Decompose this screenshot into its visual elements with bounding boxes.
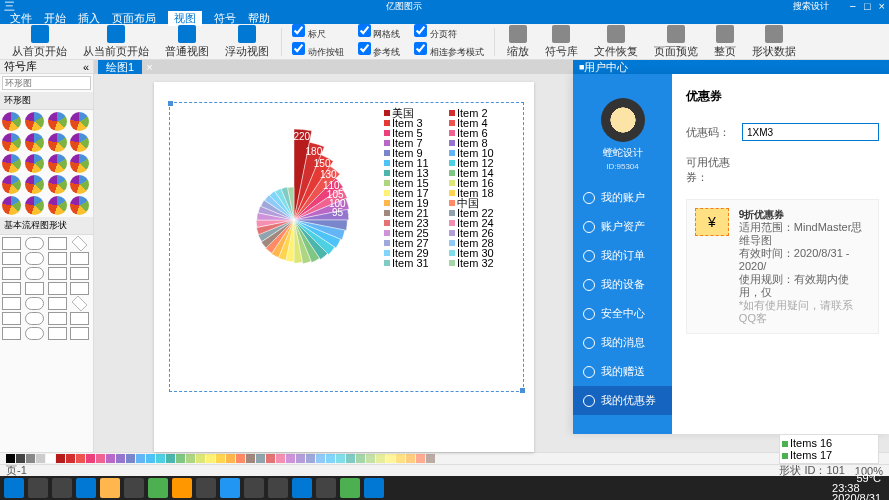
color-swatch[interactable] bbox=[76, 454, 85, 463]
app-icon-9[interactable] bbox=[316, 478, 336, 498]
flow-shape-2[interactable] bbox=[48, 237, 67, 250]
max-button[interactable]: □ bbox=[864, 0, 871, 12]
document-tab[interactable]: 绘图1 bbox=[98, 60, 142, 74]
pie-shape-14[interactable] bbox=[48, 175, 67, 194]
color-swatch[interactable] bbox=[316, 454, 325, 463]
color-swatch[interactable] bbox=[266, 454, 275, 463]
edge-icon[interactable] bbox=[76, 478, 96, 498]
flow-shape-15[interactable] bbox=[70, 282, 89, 295]
pie-shape-5[interactable] bbox=[25, 133, 44, 152]
tab-close-icon[interactable]: × bbox=[142, 61, 156, 73]
flow-shape-25[interactable] bbox=[25, 327, 44, 340]
color-swatch[interactable] bbox=[46, 454, 55, 463]
pie-shape-11[interactable] bbox=[70, 154, 89, 173]
color-swatch[interactable] bbox=[146, 454, 155, 463]
flow-shape-5[interactable] bbox=[25, 252, 44, 265]
app-icon-10[interactable] bbox=[364, 478, 384, 498]
color-swatch[interactable] bbox=[346, 454, 355, 463]
app-icon-2[interactable] bbox=[148, 478, 168, 498]
color-swatch[interactable] bbox=[226, 454, 235, 463]
flow-shape-7[interactable] bbox=[70, 252, 89, 265]
color-swatch[interactable] bbox=[36, 454, 45, 463]
ribbon-浮动视图[interactable]: 浮动视图 bbox=[219, 23, 275, 61]
color-swatch[interactable] bbox=[196, 454, 205, 463]
color-swatch[interactable] bbox=[116, 454, 125, 463]
legend-item-31[interactable]: Item 32 bbox=[449, 258, 514, 268]
close-button[interactable]: × bbox=[879, 0, 885, 12]
coupon-card[interactable]: ¥ 9折优惠券 适用范围：MindMaster思维导图 有效时间：2020/8/… bbox=[686, 199, 879, 334]
color-swatch[interactable] bbox=[6, 454, 15, 463]
legend-item-30[interactable]: Item 31 bbox=[384, 258, 449, 268]
user-menu-6[interactable]: 我的赠送 bbox=[573, 357, 672, 386]
color-swatch[interactable] bbox=[396, 454, 405, 463]
flow-shape-1[interactable] bbox=[25, 237, 44, 250]
pie-shape-4[interactable] bbox=[2, 133, 21, 152]
color-swatch[interactable] bbox=[156, 454, 165, 463]
pie-shape-0[interactable] bbox=[2, 112, 21, 131]
app-icon-4[interactable] bbox=[196, 478, 216, 498]
pie-shape-3[interactable] bbox=[70, 112, 89, 131]
search-icon[interactable] bbox=[28, 478, 48, 498]
color-swatch[interactable] bbox=[96, 454, 105, 463]
color-swatch[interactable] bbox=[66, 454, 75, 463]
chk-参考线[interactable]: 参考线 bbox=[358, 42, 401, 59]
flow-shape-22[interactable] bbox=[48, 312, 67, 325]
flow-shape-6[interactable] bbox=[48, 252, 67, 265]
symbol-search-input[interactable] bbox=[2, 76, 91, 90]
color-swatch[interactable] bbox=[176, 454, 185, 463]
section-ring[interactable]: 环形图 bbox=[0, 92, 93, 110]
ribbon-普通视图[interactable]: 普通视图 bbox=[159, 23, 215, 61]
flow-shape-9[interactable] bbox=[25, 267, 44, 280]
pie-shape-1[interactable] bbox=[25, 112, 44, 131]
flow-shape-20[interactable] bbox=[2, 312, 21, 325]
color-swatch[interactable] bbox=[326, 454, 335, 463]
color-swatch[interactable] bbox=[166, 454, 175, 463]
rose-chart[interactable]: 22018015013011010510095 bbox=[194, 120, 394, 320]
ribbon-符号库[interactable]: 符号库 bbox=[539, 23, 584, 61]
explorer-icon[interactable] bbox=[100, 478, 120, 498]
pie-shape-19[interactable] bbox=[70, 196, 89, 215]
pie-shape-18[interactable] bbox=[48, 196, 67, 215]
ribbon-形状数据[interactable]: 形状数据 bbox=[746, 23, 802, 61]
app-icon-5[interactable] bbox=[220, 478, 240, 498]
avatar[interactable] bbox=[601, 98, 645, 142]
app-icon-3[interactable] bbox=[172, 478, 192, 498]
flow-shape-24[interactable] bbox=[2, 327, 21, 340]
color-swatch[interactable] bbox=[186, 454, 195, 463]
flow-shape-26[interactable] bbox=[48, 327, 67, 340]
pie-shape-8[interactable] bbox=[2, 154, 21, 173]
color-swatch[interactable] bbox=[16, 454, 25, 463]
color-swatch[interactable] bbox=[56, 454, 65, 463]
user-menu-1[interactable]: 账户资产 bbox=[573, 212, 672, 241]
color-swatch[interactable] bbox=[126, 454, 135, 463]
app-icon-6[interactable] bbox=[244, 478, 264, 498]
color-swatch[interactable] bbox=[386, 454, 395, 463]
pie-shape-6[interactable] bbox=[48, 133, 67, 152]
color-swatch[interactable] bbox=[426, 454, 435, 463]
flow-shape-8[interactable] bbox=[2, 267, 21, 280]
flow-shape-0[interactable] bbox=[2, 237, 21, 250]
pie-shape-10[interactable] bbox=[48, 154, 67, 173]
section-flowchart[interactable]: 基本流程图形状 bbox=[0, 217, 93, 235]
flow-shape-17[interactable] bbox=[25, 297, 44, 310]
panel-collapse-icon[interactable]: « bbox=[83, 61, 89, 73]
ribbon-整页[interactable]: 整页 bbox=[708, 23, 742, 61]
ribbon-文件恢复[interactable]: 文件恢复 bbox=[588, 23, 644, 61]
chk-网格线[interactable]: 网格线 bbox=[358, 24, 401, 41]
chk-相连参考模式[interactable]: 相连参考模式 bbox=[414, 42, 484, 59]
color-swatch[interactable] bbox=[216, 454, 225, 463]
flow-shape-13[interactable] bbox=[25, 282, 44, 295]
flow-shape-16[interactable] bbox=[2, 297, 21, 310]
chk-动作按钮[interactable]: 动作按钮 bbox=[292, 42, 344, 59]
color-swatch[interactable] bbox=[336, 454, 345, 463]
color-swatch[interactable] bbox=[276, 454, 285, 463]
flow-shape-23[interactable] bbox=[70, 312, 89, 325]
task-view-icon[interactable] bbox=[52, 478, 72, 498]
user-menu-5[interactable]: 我的消息 bbox=[573, 328, 672, 357]
flow-shape-27[interactable] bbox=[70, 327, 89, 340]
color-swatch[interactable] bbox=[206, 454, 215, 463]
ribbon-从当前页开始[interactable]: 从当前页开始 bbox=[77, 23, 155, 61]
pie-shape-12[interactable] bbox=[2, 175, 21, 194]
flow-shape-21[interactable] bbox=[25, 312, 44, 325]
app-icon-8[interactable] bbox=[292, 478, 312, 498]
